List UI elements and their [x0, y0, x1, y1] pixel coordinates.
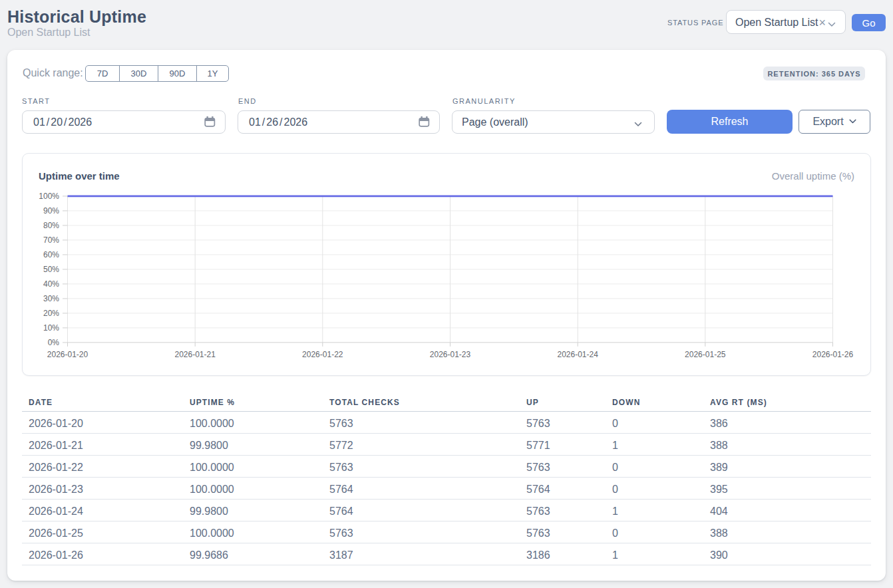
- svg-text:2026-01-23: 2026-01-23: [430, 350, 471, 359]
- svg-text:90%: 90%: [43, 206, 59, 216]
- svg-text:80%: 80%: [43, 221, 59, 230]
- svg-text:10%: 10%: [43, 323, 59, 333]
- svg-text:20%: 20%: [43, 309, 59, 318]
- svg-text:2026-01-26: 2026-01-26: [812, 350, 854, 359]
- svg-text:2026-01-22: 2026-01-22: [302, 350, 343, 359]
- svg-text:2026-01-24: 2026-01-24: [558, 350, 599, 359]
- svg-text:2026-01-21: 2026-01-21: [175, 350, 216, 359]
- svg-text:2026-01-20: 2026-01-20: [47, 350, 89, 359]
- svg-text:30%: 30%: [43, 294, 59, 303]
- svg-text:40%: 40%: [43, 279, 59, 289]
- svg-text:60%: 60%: [43, 250, 59, 259]
- svg-text:2026-01-25: 2026-01-25: [685, 350, 726, 359]
- svg-text:0%: 0%: [48, 338, 60, 347]
- svg-text:100%: 100%: [39, 192, 59, 201]
- svg-text:50%: 50%: [43, 265, 59, 274]
- svg-text:70%: 70%: [43, 235, 59, 245]
